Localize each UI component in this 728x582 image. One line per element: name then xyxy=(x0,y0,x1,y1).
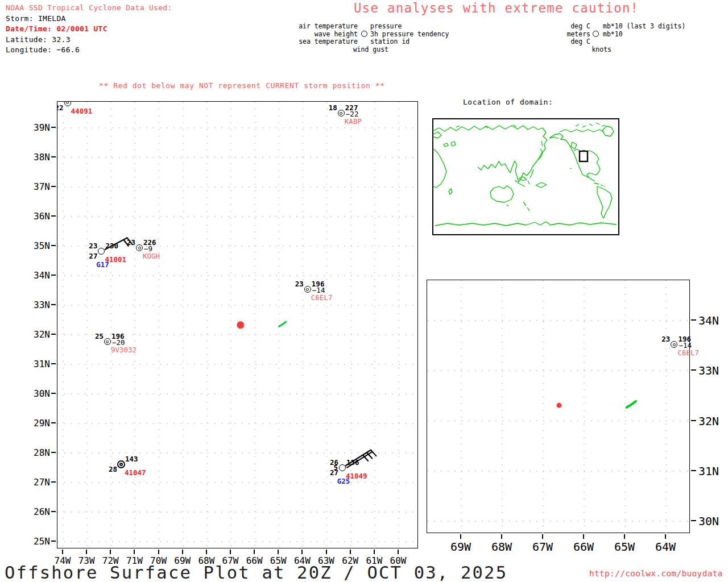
x-axis-tick xyxy=(624,534,625,539)
legend-wave-units: meters xyxy=(561,31,590,38)
x-axis-label: 66W xyxy=(566,540,601,554)
legend-wind-gust: wind gust xyxy=(326,46,388,53)
y-axis-tick xyxy=(51,452,56,453)
y-axis-label: 33N xyxy=(698,364,728,377)
y-axis-tick xyxy=(51,541,56,542)
storm-position-dot xyxy=(237,321,244,329)
y-axis-label: 32N xyxy=(698,414,728,428)
station-id-label: 9V3032 xyxy=(111,346,136,354)
y-axis-label: 25N xyxy=(27,536,50,547)
station-inner-circle xyxy=(138,247,141,250)
station-circle-icon xyxy=(361,31,367,37)
legend-air-units: deg C xyxy=(561,23,590,30)
y-axis-tick xyxy=(51,393,56,394)
x-axis-tick xyxy=(501,534,502,539)
station-plot-legend: air temperature wave height sea temperat… xyxy=(295,23,471,55)
legend-pressure-units: mb*10 (last 3 digits) xyxy=(603,23,685,30)
x-axis-tick xyxy=(374,550,375,554)
x-axis-tick xyxy=(62,550,63,554)
sea-temperature-value: 28 xyxy=(109,465,117,473)
y-axis-tick xyxy=(51,215,56,217)
y-axis-label: 34N xyxy=(698,314,728,327)
storm-name-line: Storm: IMELDA xyxy=(6,14,172,24)
main-map: 224409118227−22KABP232723041001G1723226−… xyxy=(57,101,418,548)
station-id-label: C6EL7 xyxy=(311,294,333,301)
y-axis-label: 31N xyxy=(698,464,728,478)
world-coastlines xyxy=(433,123,617,226)
air-temperature-value: 23 xyxy=(89,242,97,250)
caution-banner: Use analyses with extreme caution! xyxy=(354,1,639,15)
station-id-label: 44091 xyxy=(71,107,93,115)
y-axis-label: 30N xyxy=(27,388,50,399)
storm-longitude-line: Longitude: −66.6 xyxy=(6,45,172,56)
y-axis-tick xyxy=(51,334,56,335)
legend-pressure-tendency: 3h pressure tendency xyxy=(370,31,449,38)
legend-air-temperature: air temperature xyxy=(295,23,358,30)
x-axis-label: 64W xyxy=(648,540,682,554)
y-axis-tick xyxy=(51,186,56,187)
legend-tendency-units: mb*10 xyxy=(603,31,623,38)
y-axis-tick xyxy=(51,304,56,305)
plot-title: Offshore Surface Plot at 20Z / OCT 03, 2… xyxy=(5,563,507,582)
data-source-line: NOAA SSD Tropical Cyclone Data Used: xyxy=(6,3,172,14)
y-axis-label: 31N xyxy=(27,359,50,369)
air-temperature-value: 23 xyxy=(127,239,135,246)
x-axis-tick xyxy=(206,550,207,554)
station-inner-circle xyxy=(340,112,342,115)
x-axis-tick xyxy=(326,550,327,554)
x-axis-tick xyxy=(158,550,159,554)
x-axis-tick xyxy=(583,534,584,539)
y-axis-label: 36N xyxy=(27,211,50,222)
x-axis-tick xyxy=(86,550,87,554)
y-axis-tick xyxy=(51,363,56,364)
x-axis-label: 65W xyxy=(607,540,642,554)
storm-datetime-line: Date/Time: 02/0001 UTC xyxy=(6,24,172,35)
source-url-link[interactable]: http://coolwx.com/buoydata xyxy=(589,569,723,578)
x-axis-tick xyxy=(182,550,183,554)
x-axis-tick xyxy=(230,550,231,554)
y-axis-label: 33N xyxy=(27,300,50,310)
sea-temperature-value: 27 xyxy=(330,469,338,476)
wind-gust-value: G25 xyxy=(337,477,350,485)
legend-gust-units: knots xyxy=(561,46,611,53)
storm-track-mark xyxy=(279,322,286,326)
world-inset-map xyxy=(432,118,619,235)
station-id-label: KABP xyxy=(345,118,362,125)
y-axis-tick xyxy=(51,422,56,423)
x-axis-tick xyxy=(460,534,461,539)
x-axis-tick xyxy=(301,550,303,554)
station-circle-icon xyxy=(593,31,599,37)
y-axis-tick xyxy=(51,275,56,276)
domain-box xyxy=(580,151,588,161)
x-axis-tick xyxy=(665,534,666,539)
legend-sea-temperature: sea temperature xyxy=(295,38,358,45)
y-axis-tick xyxy=(51,245,56,246)
wind-gust-value: G17 xyxy=(96,261,109,268)
y-axis-tick xyxy=(51,511,56,512)
y-axis-tick xyxy=(691,520,696,521)
x-axis-label: 69W xyxy=(444,540,478,554)
main-map-frame: 224409118227−22KABP232723041001G1723226−… xyxy=(57,101,418,548)
sea-temperature-value: 27 xyxy=(89,252,97,260)
x-axis-tick xyxy=(278,550,279,554)
y-axis-label: 39N xyxy=(27,122,50,133)
inset-title: Location of domain: xyxy=(463,98,553,106)
x-axis-tick xyxy=(350,550,351,554)
legend-station-id: station id xyxy=(370,38,410,45)
air-temperature-value: 18 xyxy=(329,104,337,111)
storm-position-dot xyxy=(557,403,562,408)
y-axis-tick xyxy=(51,156,56,157)
y-axis-tick xyxy=(691,420,696,421)
storm-latitude-line: Latitude: 32.3 xyxy=(6,35,172,45)
x-axis-label: 67W xyxy=(526,540,560,554)
station-inner-circle xyxy=(119,463,123,466)
sea-temperature-value: 22 xyxy=(57,104,64,111)
x-axis-tick xyxy=(398,550,399,554)
air-temperature-value: 23 xyxy=(295,280,304,288)
y-axis-tick xyxy=(691,319,696,321)
storm-position-warning: ** Red dot below may NOT represent CURRE… xyxy=(99,81,385,90)
units-legend: deg C meters deg C knots mb*10 (last 3 d… xyxy=(561,23,697,55)
y-axis-tick xyxy=(51,127,56,128)
y-axis-label: 32N xyxy=(27,329,50,340)
legend-pressure: pressure xyxy=(370,23,402,30)
